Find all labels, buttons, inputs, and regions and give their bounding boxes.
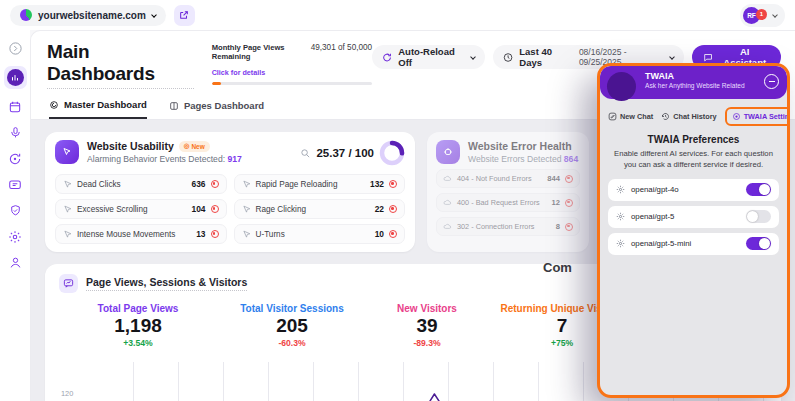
tab-master-dashboard[interactable]: Master Dashboard: [49, 99, 147, 119]
cursor-icon: [63, 230, 72, 239]
open-site-button[interactable]: [174, 5, 195, 26]
metric-row-u-turns[interactable]: U-Turns10: [234, 224, 406, 244]
chart-bubble-icon: [63, 278, 74, 289]
notification-badge: 1: [756, 9, 767, 20]
clock-icon: [503, 52, 513, 63]
shield-check-icon: [9, 204, 22, 217]
alert-dot-icon: [211, 205, 219, 213]
sidebar-expand-icon[interactable]: [7, 40, 24, 57]
ai-services-list: openai/gpt-4o openai/gpt-5 openai/gpt-5-…: [608, 179, 779, 255]
history-icon: [661, 112, 670, 121]
tab-new-chat[interactable]: New Chat: [608, 112, 653, 121]
website-error-health-card: Website Error Health Website Errors Dete…: [427, 132, 589, 252]
preferences-description: Enable different AI services. For each q…: [612, 149, 775, 171]
sidebar-nav: [0, 30, 30, 401]
website-name: yourwebsitename.com: [38, 10, 146, 21]
chat-icon: [703, 52, 713, 63]
dashboard-icon: [10, 73, 20, 83]
service-row-gpt-5-mini: openai/gpt-5-mini: [608, 233, 779, 255]
usage-label: Monthly Page Views Remaining: [212, 43, 307, 61]
stat-new-visitors: New Visitors 39 -89.3%: [367, 303, 487, 348]
microphone-icon: [9, 126, 22, 139]
new-badge: ◎ New: [179, 141, 210, 152]
twaia-subtitle: Ask her Anything Website Related: [645, 82, 779, 89]
metric-row-dead-clicks[interactable]: Dead Clicks636: [55, 174, 227, 194]
metric-row-rapid-reloading[interactable]: Rapid Page Reloading132: [234, 174, 406, 194]
tab-pages-dashboard[interactable]: Pages Dashboard: [169, 99, 264, 119]
error-row-302[interactable]: 302 - Connection Errors8: [436, 217, 580, 236]
service-row-gpt-4o: openai/gpt-4o: [608, 179, 779, 201]
cursor-box-icon: [61, 146, 73, 158]
sidebar-item-security[interactable]: [7, 202, 24, 219]
usability-title: Website Usability: [87, 140, 174, 152]
tab-chat-history[interactable]: Chat History: [661, 112, 716, 121]
error-row-404[interactable]: 404 - Not Found Errors844: [436, 169, 580, 188]
usability-score-donut: [379, 140, 405, 166]
cursor-icon: [63, 205, 72, 214]
cursor-click-icon: [300, 148, 311, 159]
twaia-assistant-panel: TWAIA Ask her Anything Website Related N…: [597, 63, 790, 398]
cloud-icon: [443, 222, 452, 231]
monitor-chat-icon: [8, 178, 22, 192]
refresh-icon: [382, 52, 392, 63]
usage-meter: Monthly Page Views Remaining 49,301 of 5…: [212, 41, 372, 85]
gear-icon: [616, 239, 625, 248]
twaia-avatar: [607, 72, 636, 101]
master-dashboard-icon: [49, 100, 59, 110]
sidebar-item-sessions[interactable]: [7, 176, 24, 193]
error-rows: 404 - Not Found Errors844 400 - Bad Requ…: [436, 169, 580, 236]
account-menu[interactable]: RF 1: [740, 4, 785, 27]
chevron-down-icon: [772, 12, 778, 18]
errors-count: 864: [564, 154, 578, 164]
error-row-400[interactable]: 400 - Bad Request Errors12: [436, 193, 580, 212]
sidebar-item-settings[interactable]: [7, 228, 24, 245]
page-title: Main Dashboards: [47, 41, 194, 89]
chevron-down-icon: [669, 54, 675, 60]
stats-section-title: Page Views, Sessions & Visitors: [86, 276, 247, 291]
bug-icon: [442, 146, 454, 158]
toggle-gpt-5-mini[interactable]: [746, 237, 771, 250]
stat-total-page-views: Total Page Views 1,198 +3.54%: [59, 303, 217, 348]
sidebar-item-sync[interactable]: [7, 150, 24, 167]
cursor-icon: [242, 205, 251, 214]
toggle-gpt-4o[interactable]: [746, 183, 771, 196]
settings-target-icon: [732, 112, 741, 121]
minimize-button[interactable]: [764, 74, 779, 89]
y-tick-120: 120: [61, 389, 73, 398]
sidebar-item-calendar[interactable]: [7, 98, 24, 115]
external-link-icon: [179, 10, 189, 20]
toggle-gpt-5[interactable]: [746, 210, 771, 223]
usage-details-link[interactable]: Click for details: [212, 68, 266, 77]
auto-reload-toggle[interactable]: Auto-Reload Off: [372, 45, 485, 69]
metric-row-intense-mouse[interactable]: Intense Mouse Movements13: [55, 224, 227, 244]
alert-dot-icon: [211, 180, 219, 188]
avatar: RF 1: [743, 7, 760, 24]
cursor-icon: [63, 180, 72, 189]
error-card-icon: [436, 140, 460, 164]
metric-row-rage-clicking[interactable]: Rage Clicking22: [234, 199, 406, 219]
cursor-icon: [242, 230, 251, 239]
preferences-title: TWAIA Preferences: [600, 134, 787, 145]
twaia-title: TWAIA: [645, 71, 779, 81]
chevron-down-icon: [151, 12, 157, 18]
alert-dot-icon: [565, 199, 573, 207]
alert-dot-icon: [565, 175, 573, 183]
stats-section-icon: [59, 274, 78, 293]
sidebar-item-dashboard[interactable]: [4, 66, 27, 89]
website-usability-card: Website Usability ◎ New Alarming Behavio…: [45, 132, 415, 252]
clipped-text-fragment: Com: [543, 260, 572, 275]
gear-icon: [8, 230, 22, 244]
calendar-icon: [8, 100, 22, 114]
usability-metrics-grid: Dead Clicks636 Rapid Page Reloading132 E…: [55, 174, 405, 244]
website-selector[interactable]: yourwebsitename.com: [10, 5, 166, 26]
cloud-icon: [443, 174, 452, 183]
sidebar-item-voice[interactable]: [7, 124, 24, 141]
metric-row-excessive-scrolling[interactable]: Excessive Scrolling104: [55, 199, 227, 219]
usability-score: 25.37 / 100: [316, 147, 374, 159]
gear-icon: [616, 212, 625, 221]
usage-progress-bar: [212, 82, 372, 85]
alert-dot-icon: [389, 230, 397, 238]
sidebar-item-account[interactable]: [7, 254, 24, 271]
tab-twaia-settings[interactable]: TWAIA Settings: [725, 107, 790, 126]
pages-dashboard-icon: [169, 101, 179, 111]
